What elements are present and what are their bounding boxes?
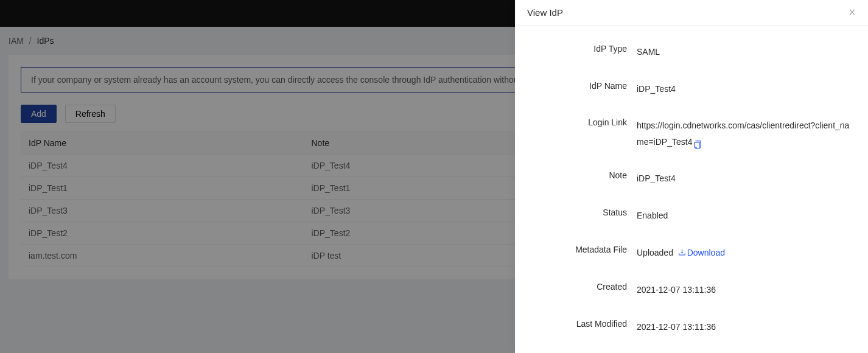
field-label: Metadata File — [527, 245, 637, 254]
field-label: Note — [527, 170, 637, 180]
field-label: Status — [527, 208, 637, 217]
field-idp-name: IdP Name iDP_Test4 — [527, 81, 856, 97]
download-icon — [678, 245, 686, 262]
download-link[interactable]: Download — [678, 248, 725, 257]
field-label: IdP Type — [527, 44, 637, 54]
field-label: Last Modified — [527, 319, 637, 329]
field-status: Status Enabled — [527, 208, 856, 224]
drawer-title: View IdP — [527, 7, 563, 18]
field-value: SAML — [637, 44, 856, 60]
field-label: Login Link — [527, 117, 637, 127]
view-idp-drawer: View IdP IdP Type SAML IdP Name iDP_Test… — [515, 0, 868, 353]
field-value: iDP_Test4 — [637, 81, 856, 97]
copy-icon[interactable] — [693, 138, 702, 147]
field-value: Uploaded Download — [637, 245, 856, 262]
field-value: 2021-12-07 13:11:36 — [637, 282, 856, 298]
field-label: IdP Name — [527, 81, 637, 91]
field-idp-type: IdP Type SAML — [527, 44, 856, 60]
field-note: Note iDP_Test4 — [527, 170, 856, 187]
field-login-link: Login Link https://login.cdnetworks.com/… — [527, 117, 856, 150]
field-value: Enabled — [637, 208, 856, 224]
field-value: https://login.cdnetworks.com/cas/clientr… — [637, 117, 856, 150]
drawer-body: IdP Type SAML IdP Name iDP_Test4 Login L… — [515, 26, 868, 353]
drawer-header: View IdP — [515, 0, 868, 26]
field-modified: Last Modified 2021-12-07 13:11:36 — [527, 319, 856, 335]
field-metadata: Metadata File Uploaded Download — [527, 245, 856, 262]
field-value: iDP_Test4 — [637, 170, 856, 187]
field-value: 2021-12-07 13:11:36 — [637, 319, 856, 335]
metadata-status: Uploaded — [637, 248, 673, 257]
close-icon[interactable] — [849, 8, 856, 18]
field-created: Created 2021-12-07 13:11:36 — [527, 282, 856, 298]
field-label: Created — [527, 282, 637, 292]
login-link-text: https://login.cdnetworks.com/cas/clientr… — [637, 121, 849, 147]
download-label: Download — [687, 248, 725, 257]
